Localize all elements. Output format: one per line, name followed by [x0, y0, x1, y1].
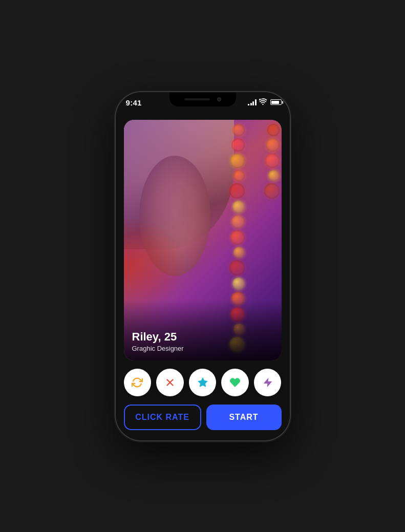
refresh-button[interactable]	[124, 369, 152, 396]
status-time: 9:41	[126, 98, 142, 107]
notch-camera	[217, 97, 221, 101]
light-orb	[230, 230, 245, 245]
light-orb	[232, 278, 245, 290]
phone-frame: 9:41	[116, 92, 290, 440]
light-orb	[232, 124, 245, 136]
notch-speaker	[184, 98, 210, 100]
svg-marker-3	[264, 378, 271, 387]
start-button[interactable]: START	[206, 405, 282, 430]
like-button[interactable]	[221, 369, 249, 396]
light-orb	[231, 215, 245, 228]
light-orb	[266, 138, 280, 152]
profile-image: Riley, 25 Graghic Designer	[124, 120, 282, 360]
wifi-icon	[259, 98, 267, 107]
svg-marker-2	[198, 377, 207, 386]
profile-job: Graghic Designer	[132, 345, 273, 352]
bottom-buttons: CLICK RATE START	[124, 405, 282, 430]
light-orb	[267, 124, 280, 136]
battery-icon	[270, 99, 282, 105]
light-orb	[229, 260, 245, 275]
light-orb	[229, 183, 245, 199]
light-orb	[231, 138, 245, 152]
profile-card[interactable]: Riley, 25 Graghic Designer	[124, 120, 282, 360]
light-orb	[232, 201, 245, 213]
light-orb	[233, 247, 245, 258]
light-orb	[264, 183, 280, 199]
profile-info: Riley, 25 Graghic Designer	[124, 300, 282, 360]
action-buttons-row	[124, 367, 282, 398]
click-rate-button[interactable]: CLICK RATE	[124, 405, 201, 430]
screen-content: Riley, 25 Graghic Designer	[116, 115, 290, 440]
pass-button[interactable]	[156, 369, 184, 396]
phone-screen: 9:41	[116, 92, 290, 440]
status-icons	[248, 98, 282, 107]
notch	[169, 92, 236, 107]
light-orb	[265, 154, 280, 168]
light-orb	[233, 170, 245, 181]
boost-button[interactable]	[254, 369, 282, 396]
super-like-button[interactable]	[189, 369, 217, 396]
signal-icon	[248, 99, 257, 105]
light-orb	[230, 154, 245, 168]
profile-name: Riley, 25	[132, 330, 273, 344]
light-orb	[268, 170, 280, 181]
